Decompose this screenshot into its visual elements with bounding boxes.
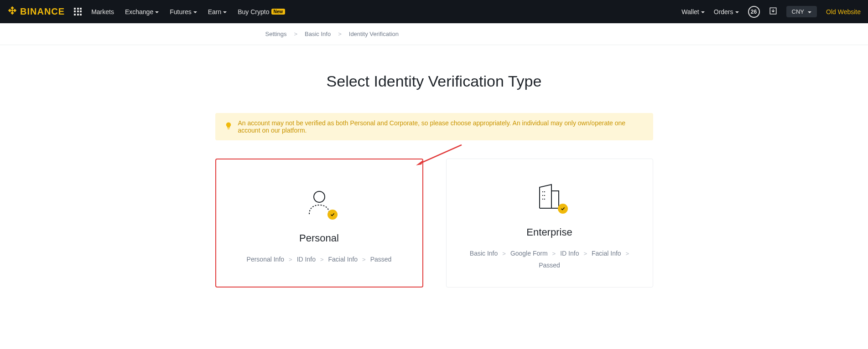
nav-earn[interactable]: Earn bbox=[208, 8, 227, 15]
chevron-down-icon bbox=[193, 11, 197, 13]
step-separator: > bbox=[502, 250, 506, 257]
main-content: Select Identity Verification Type An acc… bbox=[206, 45, 662, 315]
new-badge: New bbox=[271, 9, 286, 15]
cards-container: Personal Personal Info > ID Info > Facia… bbox=[215, 159, 653, 287]
building-icon bbox=[535, 182, 564, 213]
download-icon[interactable] bbox=[769, 7, 777, 17]
personal-card[interactable]: Personal Personal Info > ID Info > Facia… bbox=[215, 159, 423, 287]
chevron-down-icon bbox=[701, 11, 705, 13]
step-label: Personal Info bbox=[247, 256, 285, 263]
currency-selector[interactable]: CNY bbox=[786, 6, 817, 17]
chevron-down-icon bbox=[808, 11, 811, 13]
nav-label: Markets bbox=[91, 8, 114, 15]
chevron-down-icon bbox=[155, 11, 159, 13]
step-label: ID Info bbox=[297, 256, 316, 263]
nav-label: Exchange bbox=[125, 8, 153, 15]
step-label: Facial Info bbox=[328, 256, 358, 263]
step-label: Facial Info bbox=[592, 250, 621, 257]
info-text: An account may not be verified as both P… bbox=[238, 119, 644, 134]
notification-count: 26 bbox=[751, 9, 757, 15]
personal-card-title: Personal bbox=[299, 232, 339, 244]
chevron-down-icon bbox=[223, 11, 227, 13]
info-banner: An account may not be verified as both P… bbox=[215, 113, 653, 140]
nav-label: Earn bbox=[208, 8, 222, 15]
nav-futures[interactable]: Futures bbox=[170, 8, 197, 15]
step-label: ID Info bbox=[560, 250, 579, 257]
nav-label: Futures bbox=[170, 8, 191, 15]
step-separator: > bbox=[320, 256, 324, 263]
personal-steps: Personal Info > ID Info > Facial Info > … bbox=[247, 256, 392, 263]
step-separator: > bbox=[362, 256, 366, 263]
page-title: Select Identity Verification Type bbox=[215, 72, 653, 90]
breadcrumb-identity-verification[interactable]: Identity Verification bbox=[349, 31, 399, 37]
step-label: Google Form bbox=[510, 250, 548, 257]
old-website-link[interactable]: Old Website bbox=[826, 8, 861, 15]
nav-buy-crypto[interactable]: Buy Crypto New bbox=[238, 8, 285, 15]
step-separator: > bbox=[289, 256, 292, 263]
breadcrumb-separator: > bbox=[338, 31, 342, 37]
main-nav: Markets Exchange Futures Earn Buy Crypto… bbox=[91, 8, 285, 15]
apps-grid-icon[interactable] bbox=[74, 8, 82, 16]
step-label: Basic Info bbox=[470, 250, 498, 257]
wallet-label: Wallet bbox=[681, 8, 699, 15]
main-header: BINANCE Markets Exchange Futures Earn bbox=[0, 0, 868, 23]
step-label: Passed bbox=[539, 262, 560, 269]
binance-logo-icon bbox=[7, 5, 17, 18]
svg-point-3 bbox=[314, 191, 325, 202]
brand-name: BINANCE bbox=[20, 6, 65, 17]
check-badge-icon bbox=[558, 204, 568, 214]
lightbulb-icon bbox=[224, 122, 233, 132]
breadcrumb-bar: Settings > Basic Info > Identity Verific… bbox=[0, 23, 868, 45]
orders-label: Orders bbox=[714, 8, 733, 15]
nav-markets[interactable]: Markets bbox=[91, 8, 114, 15]
person-icon bbox=[305, 188, 334, 219]
wallet-menu[interactable]: Wallet bbox=[681, 8, 704, 15]
step-separator: > bbox=[583, 250, 587, 257]
breadcrumb-separator: > bbox=[294, 31, 297, 37]
orders-menu[interactable]: Orders bbox=[714, 8, 739, 15]
breadcrumb-basic-info[interactable]: Basic Info bbox=[305, 31, 331, 37]
brand-logo[interactable]: BINANCE bbox=[7, 5, 65, 18]
old-website-label: Old Website bbox=[826, 8, 861, 15]
enterprise-steps: Basic Info > Google Form > ID Info > Fac… bbox=[460, 250, 639, 269]
enterprise-card[interactable]: Enterprise Basic Info > Google Form > ID… bbox=[446, 159, 653, 287]
step-label: Passed bbox=[370, 256, 392, 263]
breadcrumb-settings[interactable]: Settings bbox=[265, 31, 287, 37]
step-separator: > bbox=[626, 250, 629, 257]
step-separator: > bbox=[552, 250, 556, 257]
nav-label: Buy Crypto bbox=[238, 8, 269, 15]
enterprise-card-title: Enterprise bbox=[526, 226, 572, 238]
chevron-down-icon bbox=[735, 11, 739, 13]
breadcrumb: Settings > Basic Info > Identity Verific… bbox=[149, 31, 719, 37]
currency-label: CNY bbox=[792, 8, 804, 15]
check-badge-icon bbox=[327, 210, 338, 220]
header-right: Wallet Orders 26 CNY Old Website bbox=[681, 6, 861, 18]
notification-badge[interactable]: 26 bbox=[748, 6, 760, 18]
nav-exchange[interactable]: Exchange bbox=[125, 8, 159, 15]
header-left: BINANCE Markets Exchange Futures Earn bbox=[7, 5, 285, 18]
